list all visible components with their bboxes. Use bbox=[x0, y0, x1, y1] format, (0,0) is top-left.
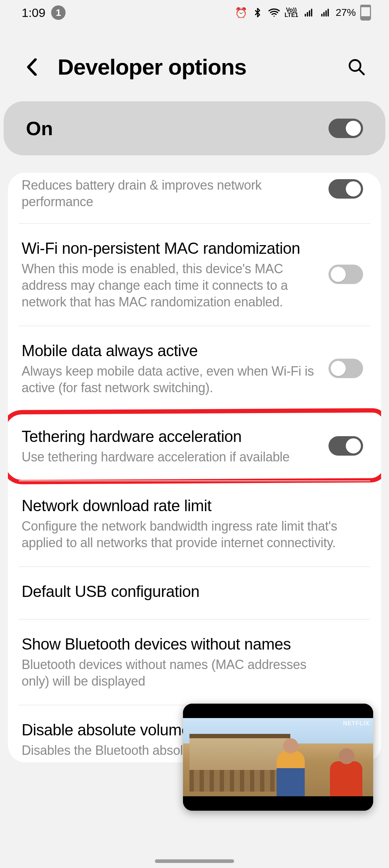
item-title: Network download rate limit bbox=[22, 496, 352, 516]
item-desc: When this mode is enabled, this device's… bbox=[22, 261, 318, 310]
notification-count-badge: 1 bbox=[51, 5, 66, 20]
item-title: Mobile data always active bbox=[22, 341, 318, 361]
list-item[interactable]: Reduces battery drain & improves network… bbox=[8, 173, 381, 223]
search-button[interactable] bbox=[346, 56, 367, 78]
pip-letterbox bbox=[183, 704, 373, 718]
wifi-icon bbox=[268, 6, 280, 19]
lte-indicator: Vo)) LTE1 bbox=[285, 8, 298, 18]
bluetooth-icon bbox=[251, 8, 264, 18]
battery-icon bbox=[360, 5, 371, 21]
item-toggle[interactable] bbox=[328, 179, 363, 199]
item-desc: Bluetooth devices without names (MAC add… bbox=[22, 656, 318, 690]
master-toggle[interactable] bbox=[328, 119, 363, 138]
battery-percent: 27% bbox=[336, 7, 356, 18]
item-toggle[interactable] bbox=[328, 265, 363, 284]
pip-scene-building bbox=[189, 734, 290, 792]
item-title: Tethering hardware acceleration bbox=[22, 426, 318, 447]
item-desc: Use tethering hardware acceleration if a… bbox=[22, 449, 318, 465]
list-item[interactable]: Network download rate limit Configure th… bbox=[8, 480, 381, 566]
gesture-nav-handle[interactable] bbox=[155, 859, 234, 863]
list-item[interactable]: Show Bluetooth devices without names Blu… bbox=[8, 619, 381, 705]
status-time: 1:09 bbox=[22, 6, 45, 20]
status-right: ⏰ Vo)) LTE1 27% bbox=[235, 5, 371, 21]
item-title: Default USB configuration bbox=[22, 581, 352, 602]
item-title: Show Bluetooth devices without names bbox=[22, 634, 318, 654]
pip-scene-figure bbox=[277, 750, 305, 801]
back-button[interactable] bbox=[22, 56, 43, 78]
pip-letterbox bbox=[183, 796, 373, 811]
item-desc: Always keep mobile data active, even whe… bbox=[22, 363, 318, 396]
search-icon bbox=[347, 58, 366, 76]
list-item-tethering[interactable]: Tethering hardware acceleration Use teth… bbox=[8, 411, 381, 480]
item-toggle[interactable] bbox=[328, 436, 363, 456]
page-title: Developer options bbox=[58, 54, 346, 80]
master-toggle-card[interactable]: On bbox=[4, 101, 385, 155]
list-item[interactable]: Mobile data always active Always keep mo… bbox=[8, 326, 381, 411]
list-item[interactable]: Default USB configuration bbox=[8, 566, 381, 619]
status-bar: 1:09 1 ⏰ Vo)) LTE1 27% bbox=[0, 0, 389, 25]
alarm-icon: ⏰ bbox=[235, 7, 247, 19]
item-toggle[interactable] bbox=[328, 359, 363, 378]
status-left: 1:09 1 bbox=[22, 5, 66, 20]
settings-list: Reduces battery drain & improves network… bbox=[8, 173, 381, 762]
chevron-left-icon bbox=[26, 58, 39, 76]
page-header: Developer options bbox=[0, 25, 389, 101]
signal-icon-2 bbox=[319, 8, 331, 18]
item-title: Wi-Fi non-persistent MAC randomization bbox=[22, 238, 318, 258]
svg-point-0 bbox=[350, 60, 361, 71]
master-toggle-label: On bbox=[26, 117, 53, 140]
item-desc: Reduces battery drain & improves network… bbox=[22, 177, 318, 210]
pip-frame bbox=[183, 718, 373, 796]
list-item[interactable]: Wi-Fi non-persistent MAC randomization W… bbox=[8, 223, 381, 326]
signal-icon-1 bbox=[303, 8, 315, 18]
pip-video[interactable]: NETFLIX bbox=[183, 704, 373, 811]
item-desc: Configure the network bandwidth ingress … bbox=[22, 518, 352, 551]
pip-source-badge: NETFLIX bbox=[343, 720, 370, 727]
